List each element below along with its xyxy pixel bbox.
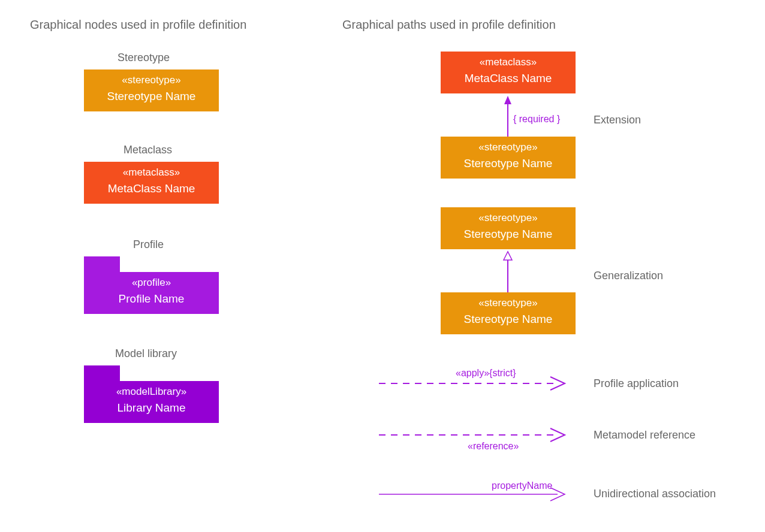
modellib-tab — [84, 365, 120, 381]
ext-constraint: { required } — [513, 114, 560, 125]
gen-bottom-name: Stereotype Name — [453, 313, 564, 326]
metaclass-label: Metaclass — [124, 144, 172, 156]
gen-top-name: Stereotype Name — [453, 228, 564, 241]
ref-label: Metamodel reference — [594, 429, 695, 442]
left-section-title: Graphical nodes used in profile definiti… — [30, 18, 246, 32]
profile-name: Profile Name — [96, 292, 207, 306]
apply-text: «apply»{strict} — [456, 368, 516, 379]
ref-text: «reference» — [468, 441, 519, 452]
uni-text: propertyName — [492, 480, 552, 491]
uni-label: Unidirectional association — [594, 488, 716, 500]
profile-box: «profile» Profile Name — [84, 272, 219, 314]
profile-tab — [84, 256, 120, 272]
ext-label: Extension — [594, 114, 641, 126]
right-section-title: Graphical paths used in profile definiti… — [342, 18, 556, 32]
ext-stereotype-guillemet: «stereotype» — [453, 141, 564, 153]
gen-bottom-box: «stereotype» Stereotype Name — [441, 292, 576, 334]
modellib-guillemet: «modelLibrary» — [96, 386, 207, 398]
ext-metaclass-guillemet: «metaclass» — [453, 56, 564, 68]
stereotype-guillemet: «stereotype» — [96, 74, 207, 86]
stereotype-box: «stereotype» Stereotype Name — [84, 69, 219, 111]
modellib-name: Library Name — [96, 401, 207, 415]
svg-marker-1 — [504, 96, 511, 104]
ext-metaclass-name: MetaClass Name — [453, 72, 564, 85]
stereotype-name: Stereotype Name — [96, 90, 207, 103]
modellib-box: «modelLibrary» Library Name — [84, 381, 219, 423]
ext-stereotype-name: Stereotype Name — [453, 157, 564, 170]
profile-label: Profile — [133, 238, 164, 251]
profile-guillemet: «profile» — [96, 277, 207, 289]
modellib-label: Model library — [115, 347, 177, 360]
gen-top-guillemet: «stereotype» — [453, 212, 564, 224]
gen-top-box: «stereotype» Stereotype Name — [441, 207, 576, 249]
stereotype-label: Stereotype — [118, 52, 170, 64]
metaclass-guillemet: «metaclass» — [96, 167, 207, 179]
gen-label: Generalization — [594, 270, 663, 282]
ext-metaclass-box: «metaclass» MetaClass Name — [441, 52, 576, 93]
metaclass-box: «metaclass» MetaClass Name — [84, 162, 219, 204]
metaclass-name: MetaClass Name — [96, 182, 207, 195]
ext-stereotype-box: «stereotype» Stereotype Name — [441, 137, 576, 179]
svg-marker-3 — [504, 252, 512, 260]
gen-bottom-guillemet: «stereotype» — [453, 297, 564, 309]
apply-label: Profile application — [594, 377, 679, 390]
